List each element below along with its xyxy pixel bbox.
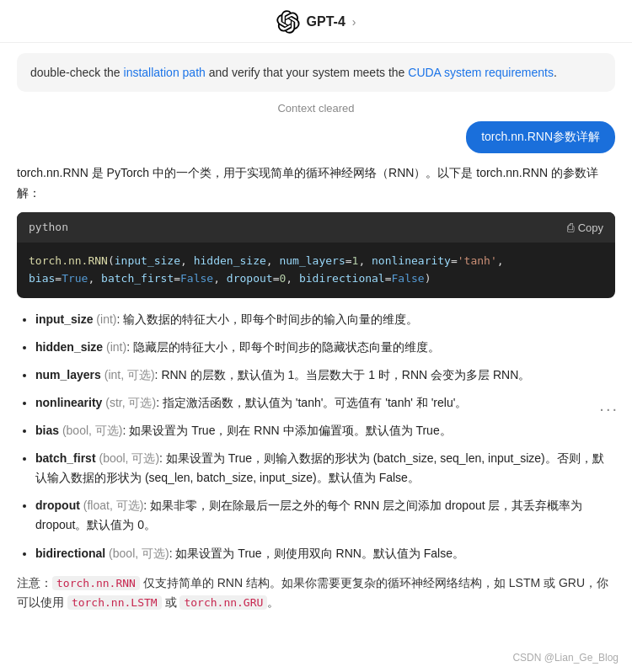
code-param-batch: batch_first — [101, 272, 174, 285]
intro-text-1: double-check the — [30, 66, 124, 79]
copy-label: Copy — [578, 221, 603, 234]
cuda-requirements-link[interactable]: CUDA system requirements — [408, 66, 554, 79]
note-section: 注意：torch.nn.RNN 仅支持简单的 RNN 结构。如果你需要更复杂的循… — [17, 573, 615, 614]
ai-intro-text: torch.nn.RNN 是 PyTorch 中的一个类，用于实现简单的循环神经… — [17, 163, 615, 204]
list-item: dropout (float, 可选): 如果非零，则在除最后一层之外的每个 R… — [35, 496, 615, 535]
note-code-rnn: torch.nn.RNN — [52, 576, 140, 590]
note-code-gru: torch.nn.GRU — [179, 595, 267, 610]
param-list: input_size (int): 输入数据的特征大小，即每个时间步的输入向量的… — [17, 310, 615, 563]
copy-button[interactable]: ⎙ Copy — [567, 221, 603, 234]
list-item: batch_first (bool, 可选): 如果设置为 True，则输入数据… — [35, 449, 615, 488]
copy-icon: ⎙ — [567, 221, 574, 234]
note-text-3: 或 — [162, 595, 180, 609]
code-param-dropout: dropout — [227, 272, 273, 285]
code-param-bias: bias — [29, 272, 55, 285]
ai-response: torch.nn.RNN 是 PyTorch 中的一个类，用于实现简单的循环神经… — [0, 163, 632, 627]
code-language-label: python — [29, 218, 68, 237]
code-fn: torch.nn.RNN — [29, 254, 108, 267]
user-message-wrap: torch.nn.RNN参数详解 — [0, 121, 632, 163]
list-item: nonlinearity (str, 可选): 指定激活函数，默认值为 'tan… — [35, 393, 615, 413]
note-text-1: 注意： — [17, 576, 52, 589]
note-text-4: 。 — [267, 595, 279, 609]
more-options-button[interactable]: ··· — [599, 399, 619, 419]
watermark: CSDN @Lian_Ge_Blog — [512, 652, 619, 664]
code-line-2: bias=True, batch_first=False, dropout=0,… — [29, 270, 603, 288]
code-param-layers: num_layers — [279, 254, 345, 267]
gpt-logo-icon — [276, 10, 300, 34]
list-item: bidirectional (bool, 可选): 如果设置为 True，则使用… — [35, 544, 615, 563]
code-block-header: python ⎙ Copy — [17, 212, 615, 243]
code-param-bidir: bidirectional — [299, 272, 385, 285]
code-param-input: input_size — [115, 254, 180, 267]
code-line-1: torch.nn.RNN(input_size, hidden_size, nu… — [29, 253, 603, 270]
list-item: input_size (int): 输入数据的特征大小，即每个时间步的输入向量的… — [35, 310, 615, 329]
list-item: num_layers (int, 可选): RNN 的层数，默认值为 1。当层数… — [35, 365, 615, 385]
code-block: python ⎙ Copy torch.nn.RNN(input_size, h… — [17, 212, 615, 298]
ai-response-container: torch.nn.RNN 是 PyTorch 中的一个类，用于实现简单的循环神经… — [0, 163, 632, 627]
chevron-icon: › — [352, 15, 356, 29]
note-code-lstm: torch.nn.LSTM — [67, 595, 162, 610]
list-item: hidden_size (int): 隐藏层的特征大小，即每个时间步的隐藏状态向… — [35, 338, 615, 357]
code-param-hidden: hidden_size — [194, 254, 266, 267]
header-title: GPT-4 — [307, 14, 345, 29]
code-content: torch.nn.RNN(input_size, hidden_size, nu… — [17, 243, 615, 298]
intro-bubble: double-check the installation path and v… — [17, 53, 615, 92]
user-message-bubble: torch.nn.RNN参数详解 — [466, 121, 615, 153]
list-item: bias (bool, 可选): 如果设置为 True，则在 RNN 中添加偏置… — [35, 421, 615, 440]
intro-text-2: and verify that your system meets the — [206, 66, 408, 79]
intro-text-3: . — [554, 66, 557, 79]
context-cleared-label: Context cleared — [0, 99, 632, 121]
header: GPT-4 › — [0, 0, 632, 43]
code-param-nonlin: nonlinearity — [372, 254, 451, 267]
installation-path-link[interactable]: installation path — [124, 66, 206, 79]
